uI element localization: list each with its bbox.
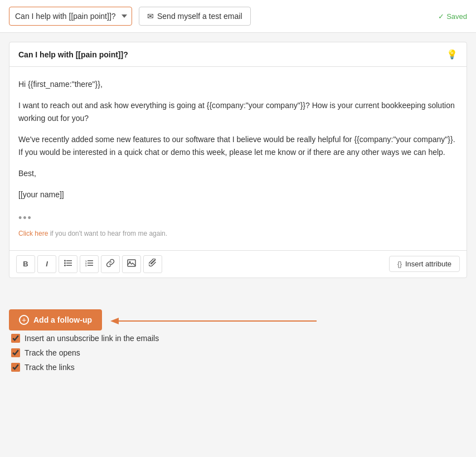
- link-button[interactable]: [101, 255, 120, 273]
- checkbox-unsubscribe-label: Insert an unsubscribe link in the emails: [25, 334, 159, 343]
- unsubscribe-line: Click here if you don't want to hear fro…: [18, 229, 458, 239]
- envelope-icon: ✉: [147, 12, 154, 21]
- top-bar: Can I help with [[pain point]]? ✉ Send m…: [0, 0, 476, 33]
- checkbox-unsubscribe[interactable]: Insert an unsubscribe link in the emails: [11, 334, 159, 343]
- numbered-list-button[interactable]: 1.2.3.: [80, 255, 99, 273]
- checkbox-track-opens-input[interactable]: [11, 348, 20, 357]
- unsubscribe-link[interactable]: Click here: [18, 230, 48, 237]
- svg-rect-2: [66, 265, 72, 266]
- email-signature: Best, [[your name]]: [18, 167, 458, 201]
- insert-attribute-button[interactable]: {} Insert attribute: [389, 256, 460, 272]
- email-name: [[your name]]: [18, 188, 458, 201]
- add-followup-button[interactable]: + Add a follow-up: [9, 309, 102, 330]
- email-line-3: We've recently added some new features t…: [18, 133, 458, 158]
- saved-status: ✓ Saved: [438, 12, 467, 21]
- checkbox-group: Insert an unsubscribe link in the emails…: [9, 334, 161, 372]
- email-line-2: I want to reach out and ask how everythi…: [18, 99, 458, 124]
- email-best: Best,: [18, 167, 458, 179]
- svg-rect-0: [66, 260, 72, 261]
- checkbox-track-links[interactable]: Track the links: [11, 363, 159, 372]
- bullet-list-icon: [64, 260, 72, 268]
- test-email-label: Send myself a test email: [157, 12, 242, 21]
- svg-point-4: [64, 262, 66, 264]
- template-select[interactable]: Can I help with [[pain point]]?: [9, 7, 132, 26]
- email-dots: •••: [18, 210, 458, 226]
- test-email-button[interactable]: ✉ Send myself a test email: [139, 7, 251, 26]
- checkbox-unsubscribe-input[interactable]: [11, 334, 20, 343]
- add-followup-label: Add a follow-up: [33, 315, 92, 324]
- checkmark-icon: ✓: [438, 12, 444, 21]
- italic-button[interactable]: I: [37, 255, 56, 273]
- insert-attribute-label: Insert attribute: [405, 260, 451, 268]
- bottom-section: + Add a follow-up Insert an unsubscribe …: [0, 287, 476, 381]
- svg-rect-6: [88, 260, 93, 261]
- checkbox-track-links-input[interactable]: [11, 363, 20, 372]
- email-card-header: Can I help with [[pain point]]? 💡: [9, 42, 467, 67]
- checkbox-track-opens[interactable]: Track the opens: [11, 348, 159, 357]
- saved-label: Saved: [446, 12, 467, 21]
- svg-rect-1: [66, 262, 72, 264]
- email-card: Can I help with [[pain point]]? 💡 Hi {{f…: [9, 42, 467, 278]
- email-subject-title: Can I help with [[pain point]]?: [18, 50, 128, 59]
- checkbox-track-opens-label: Track the opens: [25, 348, 80, 357]
- svg-rect-7: [88, 262, 93, 264]
- unsubscribe-text: if you don't want to hear from me again.: [50, 230, 167, 237]
- svg-rect-8: [88, 265, 93, 266]
- editor-toolbar: B I 1.2.3.: [9, 250, 467, 278]
- italic-label: I: [46, 260, 48, 268]
- svg-point-3: [64, 260, 66, 261]
- attach-button[interactable]: [143, 255, 162, 273]
- image-button[interactable]: [122, 255, 141, 273]
- bullet-list-button[interactable]: [59, 255, 77, 273]
- svg-point-5: [64, 265, 66, 266]
- email-body[interactable]: Hi {{first_name:"there"}}, I want to rea…: [9, 67, 467, 250]
- checkbox-track-links-label: Track the links: [25, 363, 75, 372]
- bold-button[interactable]: B: [16, 255, 35, 273]
- numbered-list-icon: 1.2.3.: [85, 260, 93, 268]
- lightbulb-icon[interactable]: 💡: [446, 49, 458, 60]
- image-icon: [127, 259, 136, 269]
- bold-label: B: [23, 260, 28, 268]
- svg-marker-15: [110, 318, 119, 324]
- email-line-1: Hi {{first_name:"there"}},: [18, 78, 458, 90]
- braces-icon: {}: [397, 260, 402, 268]
- link-icon: [106, 259, 115, 269]
- plus-circle-icon: +: [19, 315, 29, 325]
- svg-text:3.: 3.: [85, 264, 87, 267]
- paperclip-icon: [149, 259, 157, 269]
